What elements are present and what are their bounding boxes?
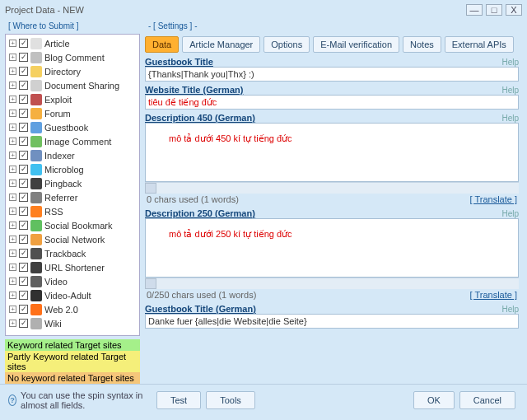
tree-row[interactable]: +✓Pingback bbox=[7, 176, 138, 190]
tree-row[interactable]: +✓Image Comment bbox=[7, 134, 138, 148]
tree-row[interactable]: +✓Microblog bbox=[7, 162, 138, 176]
checkbox[interactable]: ✓ bbox=[19, 123, 28, 132]
tree-row[interactable]: +✓Indexer bbox=[7, 148, 138, 162]
cancel-button[interactable]: Cancel bbox=[459, 391, 515, 409]
tree-row[interactable]: +✓Guestbook bbox=[7, 120, 138, 134]
expand-icon[interactable]: + bbox=[9, 250, 16, 257]
guestbook-title-de-label: Guestbook Title (German) bbox=[145, 304, 256, 314]
checkbox[interactable]: ✓ bbox=[19, 277, 28, 286]
tree-row[interactable]: +✓Document Sharing bbox=[7, 78, 138, 92]
expand-icon[interactable]: + bbox=[9, 194, 16, 201]
checkbox[interactable]: ✓ bbox=[19, 109, 28, 118]
tab-data[interactable]: Data bbox=[145, 36, 179, 53]
website-title-de-input[interactable] bbox=[145, 95, 519, 110]
tools-button[interactable]: Tools bbox=[206, 391, 255, 409]
expand-icon[interactable]: + bbox=[9, 110, 16, 117]
checkbox[interactable]: ✓ bbox=[19, 137, 28, 146]
checkbox[interactable]: ✓ bbox=[19, 67, 28, 76]
checkbox[interactable]: ✓ bbox=[19, 249, 28, 258]
engine-tree[interactable]: +✓Article+✓Blog Comment+✓Directory+✓Docu… bbox=[5, 34, 140, 336]
expand-icon[interactable]: + bbox=[9, 68, 16, 75]
checkbox[interactable]: ✓ bbox=[19, 207, 28, 216]
expand-icon[interactable]: + bbox=[9, 292, 16, 299]
checkbox[interactable]: ✓ bbox=[19, 179, 28, 188]
expand-icon[interactable]: + bbox=[9, 180, 16, 187]
expand-icon[interactable]: + bbox=[9, 40, 16, 47]
tree-label: Trackback bbox=[44, 249, 86, 259]
tree-label: RSS bbox=[44, 207, 63, 217]
checkbox[interactable]: ✓ bbox=[19, 53, 28, 62]
maximize-button[interactable]: □ bbox=[486, 4, 502, 16]
tree-label: URL Shortener bbox=[44, 263, 105, 273]
checkbox[interactable]: ✓ bbox=[19, 319, 28, 328]
scrollbar[interactable] bbox=[145, 278, 519, 289]
tab-options[interactable]: Options bbox=[264, 36, 310, 53]
tree-row[interactable]: +✓Blog Comment bbox=[7, 50, 138, 64]
expand-icon[interactable]: + bbox=[9, 306, 16, 313]
tree-label: Guestbook bbox=[44, 123, 88, 133]
tree-row[interactable]: +✓RSS bbox=[7, 204, 138, 218]
checkbox[interactable]: ✓ bbox=[19, 305, 28, 314]
checkbox[interactable]: ✓ bbox=[19, 263, 28, 272]
scrollbar[interactable] bbox=[145, 182, 519, 194]
expand-icon[interactable]: + bbox=[9, 264, 16, 271]
tree-row[interactable]: +✓Video-Adult bbox=[7, 288, 138, 302]
test-button[interactable]: Test bbox=[156, 391, 201, 409]
checkbox[interactable]: ✓ bbox=[19, 235, 28, 244]
tree-row[interactable]: +✓Referrer bbox=[7, 190, 138, 204]
help-link[interactable]: Help bbox=[501, 86, 519, 95]
expand-icon[interactable]: + bbox=[9, 138, 16, 145]
tree-row[interactable]: +✓Social Bookmark bbox=[7, 218, 138, 232]
tree-row[interactable]: +✓Video bbox=[7, 274, 138, 288]
tree-row[interactable]: +✓Trackback bbox=[7, 246, 138, 260]
translate-link[interactable]: [ Translate ] bbox=[470, 194, 517, 204]
expand-icon[interactable]: + bbox=[9, 124, 16, 131]
checkbox[interactable]: ✓ bbox=[19, 151, 28, 160]
guestbook-title-de-input[interactable] bbox=[145, 314, 519, 329]
close-button[interactable]: X bbox=[506, 4, 522, 16]
tree-label: Video bbox=[44, 277, 68, 287]
help-link[interactable]: Help bbox=[501, 305, 519, 314]
translate-link[interactable]: [ Translate ] bbox=[470, 290, 517, 300]
tree-row[interactable]: +✓Wiki bbox=[7, 316, 138, 330]
expand-icon[interactable]: + bbox=[9, 278, 16, 285]
tree-row[interactable]: +✓Web 2.0 bbox=[7, 302, 138, 316]
tree-row[interactable]: +✓Directory bbox=[7, 64, 138, 78]
help-link[interactable]: Help bbox=[501, 114, 519, 123]
ok-button[interactable]: OK bbox=[413, 391, 455, 409]
tab-article-manager[interactable]: Article Manager bbox=[182, 36, 260, 53]
guestbook-title-input[interactable] bbox=[145, 67, 519, 82]
checkbox[interactable]: ✓ bbox=[19, 221, 28, 230]
expand-icon[interactable]: + bbox=[9, 222, 16, 229]
expand-icon[interactable]: + bbox=[9, 166, 16, 173]
expand-icon[interactable]: + bbox=[9, 208, 16, 215]
expand-icon[interactable]: + bbox=[9, 54, 16, 61]
checkbox[interactable]: ✓ bbox=[19, 291, 28, 300]
tree-label: Blog Comment bbox=[44, 53, 105, 63]
expand-icon[interactable]: + bbox=[9, 236, 16, 243]
tree-row[interactable]: +✓Article bbox=[7, 36, 138, 50]
checkbox[interactable]: ✓ bbox=[19, 165, 28, 174]
tab-notes[interactable]: Notes bbox=[403, 36, 441, 53]
expand-icon[interactable]: + bbox=[9, 82, 16, 89]
expand-icon[interactable]: + bbox=[9, 96, 16, 103]
engine-icon bbox=[30, 52, 42, 63]
tree-row[interactable]: +✓Social Network bbox=[7, 232, 138, 246]
tab-e-mail-verification[interactable]: E-Mail verification bbox=[313, 36, 399, 53]
expand-icon[interactable]: + bbox=[9, 152, 16, 159]
checkbox[interactable]: ✓ bbox=[19, 81, 28, 90]
checkbox[interactable]: ✓ bbox=[19, 193, 28, 202]
tree-row[interactable]: +✓URL Shortener bbox=[7, 260, 138, 274]
expand-icon[interactable]: + bbox=[9, 320, 16, 327]
desc450-textarea[interactable]: mô tả dưới 450 kí tự tiếng đức bbox=[145, 123, 519, 182]
help-link[interactable]: Help bbox=[501, 58, 519, 67]
engine-icon bbox=[30, 234, 42, 245]
help-link[interactable]: Help bbox=[501, 209, 519, 218]
tree-row[interactable]: +✓Exploit bbox=[7, 92, 138, 106]
tab-external-apis[interactable]: External APIs bbox=[445, 36, 514, 53]
checkbox[interactable]: ✓ bbox=[19, 95, 28, 104]
tree-row[interactable]: +✓Forum bbox=[7, 106, 138, 120]
desc250-textarea[interactable]: mô tả dưới 250 kí tự tiếng đức bbox=[145, 218, 519, 278]
checkbox[interactable]: ✓ bbox=[19, 39, 28, 48]
minimize-button[interactable]: — bbox=[466, 4, 483, 16]
